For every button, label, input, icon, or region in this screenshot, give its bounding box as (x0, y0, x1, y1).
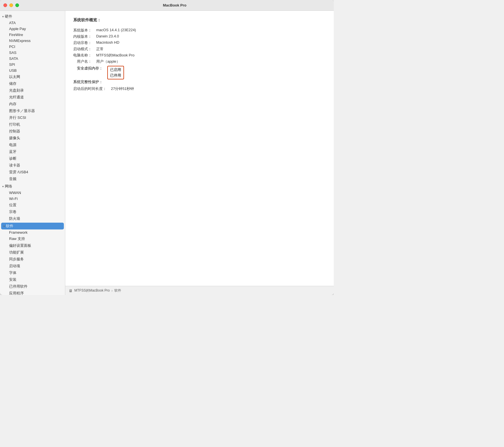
sidebar-item-preference-panes[interactable]: 偏好设置面板 (1, 242, 64, 249)
row-value-6: 已启用 (110, 67, 121, 72)
close-button[interactable] (3, 3, 7, 7)
sidebar-item-card-reader[interactable]: 读卡器 (1, 162, 64, 169)
sidebar-item-disabled-software[interactable]: 已停用软件 (1, 283, 64, 290)
table-row: 启动后的时间长度： 27分钟51秒钟 (73, 86, 134, 92)
sidebar-section-software: ▾ 软件 Framework Raw 支持 偏好设置面板 功能扩展 同步服务 (0, 223, 65, 295)
sidebar-item-nvmexpress[interactable]: NVMExpress (1, 38, 64, 44)
sidebar-item-power[interactable]: 电源 (1, 142, 64, 148)
breadcrumb-item-device: MTFSS的MacBook Pro (74, 288, 110, 293)
monitor-icon: 🖥 (69, 288, 73, 293)
sidebar-section-network: ▾ 网络 WWAN Wi-Fi 位置 宗卷 防火墙 (0, 183, 65, 222)
breadcrumb-item-section: 软件 (114, 288, 121, 293)
table-row: 系统版本： macOS 14.4.1 (23E224) (73, 27, 136, 33)
sidebar-item-raw-support[interactable]: Raw 支持 (1, 235, 64, 242)
main-window: MacBook Pro ▾ 硬件 ATA Apple Pay FireWire (0, 0, 334, 295)
sidebar-item-wifi[interactable]: Wi-Fi (1, 196, 64, 202)
row-value-1: Darwin 23.4.0 (96, 33, 136, 40)
sidebar-item-sync-services[interactable]: 同步服务 (1, 256, 64, 263)
breadcrumb-separator: › (112, 289, 113, 293)
titlebar: MacBook Pro (0, 0, 334, 11)
sidebar-item-wwan[interactable]: WWAN (1, 190, 64, 196)
sidebar-item-gpu[interactable]: 图形卡／显示器 (1, 107, 64, 114)
main-panel: 系统软件概览： 系统版本： macOS 14.4.1 (23E224) 内核版本… (65, 11, 334, 295)
sidebar-item-location[interactable]: 位置 (1, 202, 64, 208)
row-value-5: 用户（apple） (96, 58, 136, 65)
sidebar-item-ata[interactable]: ATA (1, 20, 64, 26)
sidebar-item-disc-burning[interactable]: 光盘刻录 (1, 87, 64, 94)
minimize-button[interactable] (9, 3, 13, 7)
sidebar-item-firewall[interactable]: 防火墙 (1, 215, 64, 222)
sidebar-item-startup-items[interactable]: 启动项 (1, 263, 64, 269)
row-label-1: 内核版本： (73, 33, 96, 40)
sidebar-item-bluetooth[interactable]: 蓝牙 (1, 148, 64, 155)
chevron-down-icon-software: ▾ (3, 225, 5, 228)
table-row: 启动宗卷： Macintosh HD (73, 40, 136, 46)
sidebar-item-apple-pay[interactable]: Apple Pay (1, 26, 64, 32)
row-label-6: 安全虚拟内存： (73, 66, 107, 79)
table-row: 用户名： 用户（apple） (73, 58, 136, 65)
row-value-8: 27分钟51秒钟 (111, 86, 134, 92)
sidebar: ▾ 硬件 ATA Apple Pay FireWire NVMExpress P… (0, 11, 65, 295)
chevron-down-icon-network: ▾ (2, 185, 4, 188)
sidebar-group-network[interactable]: ▾ 网络 (0, 183, 65, 190)
sidebar-group-hardware[interactable]: ▾ 硬件 (0, 13, 65, 20)
row-label-3: 启动模式： (73, 46, 96, 52)
sidebar-item-sata[interactable]: SATA (1, 56, 64, 62)
highlight-section: 安全虚拟内存：已启用已停用系统完整性保护： (73, 66, 326, 85)
sidebar-item-printers[interactable]: 打印机 (1, 121, 64, 128)
sidebar-item-extensions[interactable]: 功能扩展 (1, 249, 64, 256)
sidebar-item-usb[interactable]: USB (1, 68, 64, 73)
sidebar-item-spi[interactable]: SPI (1, 62, 64, 68)
row-label-2: 启动宗卷： (73, 40, 96, 46)
info-table-extra: 启动后的时间长度： 27分钟51秒钟 (73, 86, 134, 92)
row-value-7: 已停用 (110, 73, 121, 78)
row-value-0: macOS 14.4.1 (23E224) (96, 27, 136, 33)
sidebar-item-controllers[interactable]: 控制器 (1, 128, 64, 135)
info-table: 系统版本： macOS 14.4.1 (23E224) 内核版本： Darwin… (73, 27, 136, 65)
section-title: 系统软件概览： (73, 18, 326, 23)
sidebar-group-software[interactable]: ▾ 软件 (1, 223, 64, 229)
maximize-button[interactable] (15, 3, 19, 7)
sidebar-item-fonts[interactable]: 字体 (1, 269, 64, 276)
sidebar-item-diagnostics[interactable]: 诊断 (1, 155, 64, 162)
sidebar-item-sas[interactable]: SAS (1, 50, 64, 56)
sidebar-item-framework[interactable]: Framework (1, 229, 64, 235)
row-value-3: 正常 (96, 46, 136, 52)
sidebar-group-hardware-label: 硬件 (5, 14, 12, 19)
sidebar-item-applications[interactable]: 应用程序 (1, 290, 64, 295)
table-row: 内核版本： Darwin 23.4.0 (73, 33, 136, 40)
sidebar-item-volumes[interactable]: 宗卷 (1, 208, 64, 215)
traffic-lights (3, 3, 19, 7)
main-content: 系统软件概览： 系统版本： macOS 14.4.1 (23E224) 内核版本… (65, 11, 334, 286)
sidebar-item-audio[interactable]: 音频 (1, 176, 64, 182)
sidebar-item-thunderbolt[interactable]: 雷雳 /USB4 (1, 169, 64, 176)
table-row: 启动模式： 正常 (73, 46, 136, 52)
row-label-4: 电脑名称： (73, 52, 96, 58)
sidebar-item-camera[interactable]: 摄像头 (1, 135, 64, 142)
sidebar-item-memory[interactable]: 内存 (1, 101, 64, 107)
sidebar-item-storage[interactable]: 储存 (1, 80, 64, 87)
row-label-0: 系统版本： (73, 27, 96, 33)
sidebar-group-software-label: 软件 (6, 224, 13, 229)
sidebar-item-fibre-channel[interactable]: 光纤通道 (1, 94, 64, 101)
content-area: ▾ 硬件 ATA Apple Pay FireWire NVMExpress P… (0, 11, 334, 295)
sidebar-item-firewire[interactable]: FireWire (1, 32, 64, 38)
chevron-down-icon: ▾ (2, 15, 4, 18)
row-label-5: 用户名： (73, 58, 96, 65)
sidebar-section-hardware: ▾ 硬件 ATA Apple Pay FireWire NVMExpress P… (0, 13, 65, 182)
row-label-7: 系统完整性保护： (73, 79, 107, 85)
row-label-8: 启动后的时间长度： (73, 86, 111, 92)
sidebar-item-installations[interactable]: 安装 (1, 276, 64, 283)
sidebar-item-parallel-scsi[interactable]: 并行 SCSI (1, 114, 64, 121)
sidebar-group-network-label: 网络 (5, 184, 12, 189)
window-title: MacBook Pro (19, 3, 330, 7)
statusbar: 🖥 MTFSS的MacBook Pro › 软件 (65, 286, 334, 295)
row-value-2: Macintosh HD (96, 40, 136, 46)
table-row: 电脑名称： MTFSS的MacBook Pro (73, 52, 136, 58)
sidebar-item-pci[interactable]: PCI (1, 44, 64, 50)
row-value-4: MTFSS的MacBook Pro (96, 52, 136, 58)
statusbar-text: 🖥 MTFSS的MacBook Pro › 软件 (69, 288, 121, 293)
sidebar-item-ethernet[interactable]: 以太网 (1, 73, 64, 80)
